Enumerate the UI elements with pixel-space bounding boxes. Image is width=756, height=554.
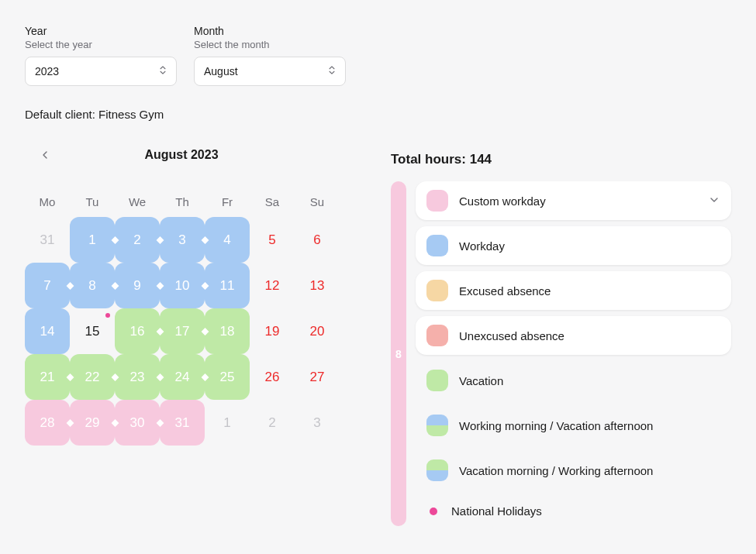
legend-holidays: National Holidays: [416, 496, 731, 526]
legend-split-vac-work-label: Vacation morning / Working afternoon: [459, 464, 653, 477]
chevron-down-icon: [708, 194, 720, 208]
legend-vacation-label: Vacation: [459, 374, 503, 387]
calendar-day[interactable]: 14: [25, 308, 70, 354]
calendar-day[interactable]: 17: [160, 308, 205, 354]
default-client-label: Default client: Fitness Gym: [25, 108, 731, 121]
calendar-day[interactable]: 3: [160, 217, 205, 263]
legend-workday[interactable]: Workday: [416, 226, 731, 265]
year-desc: Select the year: [25, 39, 177, 50]
dow-header: Th: [160, 186, 205, 217]
calendar-day[interactable]: 15: [70, 308, 115, 354]
calendar-day[interactable]: 31: [25, 217, 70, 263]
calendar-day[interactable]: 22: [70, 354, 115, 400]
custom-hours-bar: 8: [391, 181, 406, 526]
calendar-day[interactable]: 19: [250, 308, 295, 354]
month-desc: Select the month: [194, 39, 346, 50]
prev-month-button[interactable]: [36, 146, 54, 164]
calendar-day[interactable]: 28: [25, 400, 70, 446]
calendar-day[interactable]: 25: [205, 354, 250, 400]
calendar-day[interactable]: 13: [295, 263, 340, 308]
calendar-day[interactable]: 27: [295, 354, 340, 400]
vacation-swatch-icon: [426, 370, 448, 391]
dow-header: Mo: [25, 186, 70, 217]
split-work-vac-swatch-icon: [426, 415, 448, 436]
calendar-day[interactable]: 2: [115, 217, 160, 263]
legend: Custom workday Workday Excused absence U…: [416, 181, 731, 526]
chevrons-up-down-icon: [157, 65, 168, 78]
calendar-day[interactable]: 24: [160, 354, 205, 400]
dow-header: Su: [295, 186, 340, 217]
calendar-day[interactable]: 1: [70, 217, 115, 263]
legend-excused-label: Excused absence: [459, 284, 551, 298]
legend-unexcused[interactable]: Unexcused absence: [416, 316, 731, 355]
legend-vacation[interactable]: Vacation: [416, 361, 731, 400]
year-field: Year Select the year 2023: [25, 25, 177, 86]
calendar-day[interactable]: 11: [205, 263, 250, 308]
year-select[interactable]: 2023: [25, 57, 177, 86]
calendar-day[interactable]: 8: [70, 263, 115, 308]
calendar-day[interactable]: 1: [205, 400, 250, 446]
dow-header: Tu: [70, 186, 115, 217]
calendar-day[interactable]: 23: [115, 354, 160, 400]
month-value: August: [204, 65, 238, 77]
dow-header: Sa: [250, 186, 295, 217]
chevrons-up-down-icon: [326, 65, 337, 78]
legend-unexcused-label: Unexcused absence: [459, 329, 564, 342]
dow-header: We: [115, 186, 160, 217]
dow-header: Fr: [205, 186, 250, 217]
legend-custom-workday[interactable]: Custom workday: [416, 181, 731, 220]
excused-swatch-icon: [426, 280, 448, 301]
year-label: Year: [25, 25, 177, 37]
calendar-day[interactable]: 7: [25, 263, 70, 308]
workday-swatch-icon: [426, 235, 448, 256]
calendar-day[interactable]: 4: [205, 217, 250, 263]
custom-swatch-icon: [426, 190, 448, 212]
month-field: Month Select the month August: [194, 25, 346, 86]
unexcused-swatch-icon: [426, 325, 448, 346]
custom-hours-value: 8: [395, 348, 402, 360]
calendar-day[interactable]: 18: [205, 308, 250, 354]
legend-holidays-label: National Holidays: [451, 504, 542, 518]
split-vac-work-swatch-icon: [426, 459, 448, 481]
calendar-day[interactable]: 16: [115, 308, 160, 354]
calendar-day[interactable]: 31: [160, 400, 205, 446]
legend-custom-label: Custom workday: [459, 194, 546, 208]
legend-workday-label: Workday: [459, 239, 505, 253]
calendar-day[interactable]: 29: [70, 400, 115, 446]
calendar-day[interactable]: 30: [115, 400, 160, 446]
calendar-day[interactable]: 21: [25, 354, 70, 400]
legend-excused[interactable]: Excused absence: [416, 271, 731, 310]
calendar-day[interactable]: 6: [295, 217, 340, 263]
legend-split-work-vac-label: Working morning / Vacation afternoon: [459, 419, 653, 432]
calendar-day[interactable]: 2: [250, 400, 295, 446]
calendar-day[interactable]: 20: [295, 308, 340, 354]
calendar-day[interactable]: 9: [115, 263, 160, 308]
month-select[interactable]: August: [194, 57, 346, 86]
calendar-day[interactable]: 26: [250, 354, 295, 400]
total-hours-label: Total hours: 144: [391, 152, 731, 167]
calendar-day[interactable]: 12: [250, 263, 295, 308]
calendar-title: August 2023: [144, 148, 218, 162]
legend-split-vac-work[interactable]: Vacation morning / Working afternoon: [416, 451, 731, 490]
calendar-day[interactable]: 3: [295, 400, 340, 446]
period-selectors: Year Select the year 2023 Month Select t…: [25, 25, 731, 86]
holiday-dot-icon: [430, 508, 437, 515]
month-label: Month: [194, 25, 346, 37]
legend-split-work-vac[interactable]: Working morning / Vacation afternoon: [416, 406, 731, 445]
calendar: August 2023 MoTuWeThFrSaSu31123456789101…: [25, 143, 338, 446]
holiday-dot-icon: [105, 313, 110, 318]
calendar-day[interactable]: 10: [160, 263, 205, 308]
year-value: 2023: [35, 65, 59, 77]
calendar-day[interactable]: 5: [250, 217, 295, 263]
